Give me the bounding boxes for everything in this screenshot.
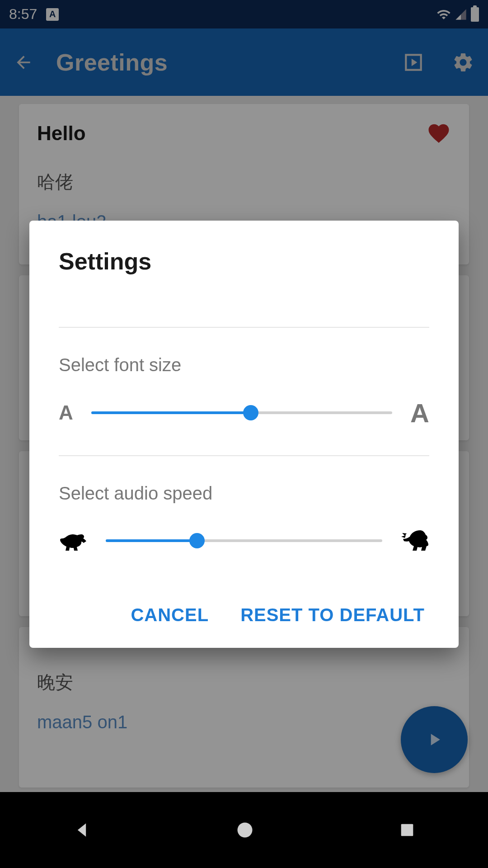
modal-overlay[interactable]: Settings Select font size A A Select aud… bbox=[0, 0, 488, 868]
svg-point-0 bbox=[237, 823, 252, 838]
divider bbox=[59, 455, 429, 456]
audio-speed-label: Select audio speed bbox=[59, 483, 429, 504]
rabbit-icon bbox=[400, 526, 429, 555]
cancel-button[interactable]: CANCEL bbox=[126, 596, 213, 634]
small-a-icon: A bbox=[59, 401, 73, 424]
large-a-icon: A bbox=[410, 398, 429, 428]
nav-home-icon[interactable] bbox=[235, 820, 255, 840]
audio-speed-slider[interactable] bbox=[106, 532, 382, 550]
nav-recent-icon[interactable] bbox=[398, 821, 416, 839]
svg-rect-1 bbox=[401, 824, 413, 836]
slider-thumb[interactable] bbox=[189, 533, 205, 548]
dialog-actions: CANCEL RESET TO DEFAULT bbox=[59, 596, 429, 634]
font-size-slider[interactable] bbox=[91, 404, 392, 422]
settings-dialog: Settings Select font size A A Select aud… bbox=[29, 221, 459, 648]
reset-button[interactable]: RESET TO DEFAULT bbox=[236, 596, 429, 634]
divider bbox=[59, 327, 429, 328]
font-size-label: Select font size bbox=[59, 355, 429, 375]
turtle-icon bbox=[59, 526, 88, 555]
slider-fill bbox=[91, 411, 251, 414]
system-nav-bar bbox=[0, 792, 488, 868]
font-size-row: A A bbox=[59, 398, 429, 428]
nav-back-icon[interactable] bbox=[72, 820, 92, 840]
audio-speed-row bbox=[59, 526, 429, 555]
slider-thumb[interactable] bbox=[243, 405, 258, 420]
slider-fill bbox=[106, 539, 197, 542]
dialog-title: Settings bbox=[59, 248, 429, 275]
